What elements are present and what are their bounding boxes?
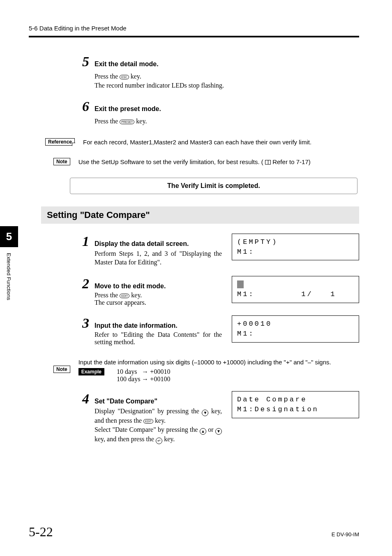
step-title: Exit the detail mode. <box>95 60 159 68</box>
section-heading: Setting "Date Compare" <box>41 206 359 224</box>
step-4-body-2: Select "Date Compare" by pressing the ▲ … <box>95 425 222 444</box>
down-arrow-icon: ▼ <box>202 410 208 416</box>
reference-label-box: Reference <box>45 138 75 146</box>
up-arrow-icon: ▲ <box>200 428 206 435</box>
step-6-heading: 6 Exit the preset mode. <box>82 99 359 114</box>
reference-callout: Reference For each record, Master1,Maste… <box>45 138 359 146</box>
step-number: 4 <box>82 391 95 407</box>
page-number: 5-22 <box>29 524 53 540</box>
completion-banner: The Verify Limit is completed. <box>70 178 357 194</box>
esc-key-icon: ESC <box>120 75 129 79</box>
lcd-display: Date Compare M1:Designation <box>232 391 359 418</box>
book-icon <box>265 160 271 164</box>
step-title: Move to the edit mode. <box>95 283 166 290</box>
edit-key-icon: EDIT <box>143 419 153 424</box>
chapter-number: 5 <box>0 226 18 247</box>
step-5-body-2: The record number indicator LEDs stop fl… <box>95 81 351 90</box>
note-text: Use the SetUp Software to set the verify… <box>78 158 359 165</box>
chapter-label: Extended Functions <box>0 247 18 306</box>
lcd-display: 0 M1: 1/ 1 <box>232 276 359 303</box>
reference-text: For each record, Master1,Master2 and Mas… <box>83 138 359 146</box>
enter-key-icon: ↵ <box>156 438 162 444</box>
step-6-body: Press the PRESET key. <box>95 117 351 126</box>
step-5-body-1: Press the ESC key. <box>95 72 351 81</box>
preset-key-icon: PRESET <box>120 120 134 124</box>
example-row: 100 days → +00100 <box>117 375 170 383</box>
running-header: 5-6 Data Editing in the Preset Mode <box>29 25 359 32</box>
lcd-cursor: 0 <box>237 280 244 288</box>
step-number: 2 <box>82 276 95 292</box>
down-arrow-icon: ▼ <box>215 428 222 435</box>
note-label-box: Note <box>53 158 70 165</box>
doc-code: E DV-90-IM <box>332 531 359 537</box>
note-callout-1: Note Use the SetUp Software to set the v… <box>53 158 359 165</box>
step-number: 3 <box>82 315 95 331</box>
edit-key-icon: EDIT <box>120 294 129 298</box>
example-label-box: Example <box>78 368 104 375</box>
step-3-block: 3 Input the date information. Refer to "… <box>82 315 359 346</box>
step-2-block: 2 Move to the edit mode. Press the EDIT … <box>82 276 359 306</box>
step-4-block: 4 Set "Date Compare" Display "Designatio… <box>82 391 359 444</box>
step-1-body: Perform Steps 1, 2, and 3 of "Displaying… <box>95 249 222 267</box>
step-2-body-2: The cursor appears. <box>95 299 222 306</box>
step-number: 6 <box>82 99 95 114</box>
note-text: Input the date information using six dig… <box>78 359 359 366</box>
step-3-body: Refer to "Editing the Data Contents" for… <box>95 331 222 346</box>
note-label-box: Note <box>53 366 70 373</box>
step-number: 1 <box>82 234 95 249</box>
step-4-body-1: Display "Designation" by pressing the ▼ … <box>95 407 222 425</box>
step-title: Input the date information. <box>95 322 178 329</box>
header-rule <box>29 36 359 37</box>
step-5-heading: 5 Exit the detail mode. <box>82 54 359 70</box>
lcd-display: +00010 M1: <box>232 315 359 343</box>
step-number: 5 <box>82 54 95 70</box>
step-title: Set "Date Compare" <box>95 398 157 405</box>
chapter-tab: 5 Extended Functions <box>0 226 18 306</box>
example-row: 10 days → +00010 <box>117 368 170 375</box>
step-1-block: 1 Display the data detail screen. Perfor… <box>82 234 359 267</box>
step-title: Exit the preset mode. <box>95 105 161 113</box>
lcd-display: (EMPTY) M1: <box>232 234 359 261</box>
step-title: Display the data detail screen. <box>95 240 189 248</box>
page-footer: 5-22 E DV-90-IM <box>29 524 359 540</box>
step-2-body-1: Press the EDIT key. <box>95 292 222 299</box>
note-callout-2: Note Input the date information using si… <box>53 358 359 383</box>
